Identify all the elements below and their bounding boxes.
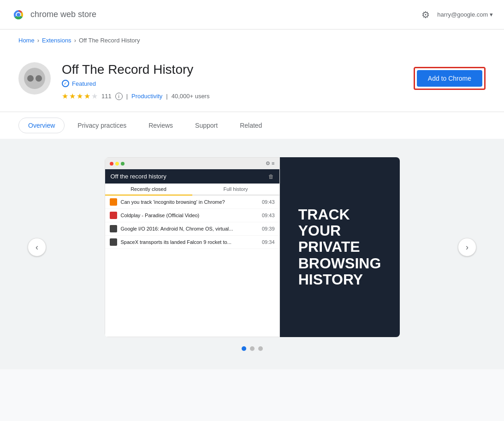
- carousel-next-button[interactable]: ›: [458, 238, 476, 256]
- svg-point-2: [17, 13, 20, 17]
- breadcrumb-sep-1: ›: [37, 37, 39, 44]
- popup-list-item: SpaceX transports its landed Falcon 9 ro…: [105, 236, 279, 249]
- dot-1[interactable]: [242, 346, 246, 351]
- screenshot-popup: ⚙ ≡ Off the record history 🗑 Recently cl…: [105, 157, 280, 337]
- track-text: TRACKYOURPRIVATEBROWSINGHISTORY: [298, 207, 381, 288]
- popup-list-item: Coldplay - Paradise (Official Video)09:4…: [105, 209, 279, 222]
- meta-divider: |: [126, 93, 128, 100]
- star-1: ★: [62, 92, 68, 101]
- popup-item-title: Google I/O 2016: Android N, Chrome OS, v…: [121, 226, 258, 231]
- icon-dot-1: [27, 75, 34, 82]
- extension-name: Off The Record History: [62, 62, 403, 77]
- dot-yellow: [115, 162, 119, 166]
- featured-badge-icon: ✓: [62, 80, 69, 87]
- tab-privacy[interactable]: Privacy practices: [68, 118, 136, 133]
- dot-green: [121, 162, 125, 166]
- tab-related[interactable]: Related: [231, 118, 271, 133]
- carousel-prev-button[interactable]: ‹: [28, 238, 46, 256]
- carousel-dots: [55, 346, 449, 351]
- chrome-logo-icon: [11, 7, 26, 22]
- tab-support[interactable]: Support: [186, 118, 227, 133]
- popup-item-time: 09:39: [262, 226, 275, 231]
- popup-tabs: Recently closed Full history: [105, 184, 279, 196]
- popup-item-time: 09:43: [262, 199, 275, 205]
- popup-dots: [110, 162, 125, 166]
- rating-count: 111: [101, 93, 112, 100]
- star-3: ★: [77, 92, 83, 101]
- popup-menu-icon: ⚙ ≡: [266, 160, 274, 166]
- popup-list: Can you track 'incognito browsing' in Ch…: [105, 196, 279, 337]
- meta-divider-2: |: [166, 93, 167, 100]
- extension-icon: [18, 62, 51, 95]
- add-to-chrome-button[interactable]: Add to Chrome: [417, 70, 482, 87]
- popup-browser-header: ⚙ ≡: [105, 158, 279, 169]
- content-area: ‹ ⚙ ≡ Off the r: [0, 139, 504, 369]
- logo[interactable]: chrome web store: [11, 7, 96, 22]
- extension-users: 40,000+ users: [172, 93, 210, 100]
- star-4: ★: [84, 92, 90, 101]
- popup-item-icon: [110, 238, 117, 246]
- star-rating: ★ ★ ★ ★ ★: [62, 92, 98, 101]
- star-2: ★: [69, 92, 76, 101]
- popup-item-time: 09:43: [262, 213, 275, 218]
- popup-item-title: Coldplay - Paradise (Official Video): [121, 213, 258, 218]
- popup-list-item: Google I/O 2016: Android N, Chrome OS, v…: [105, 222, 279, 236]
- popup-tab-recent[interactable]: Recently closed: [105, 184, 192, 196]
- popup-list-item: Can you track 'incognito browsing' in Ch…: [105, 196, 279, 209]
- extension-category[interactable]: Productivity: [131, 93, 162, 100]
- tab-reviews[interactable]: Reviews: [139, 118, 182, 133]
- carousel-slide: ⚙ ≡ Off the record history 🗑 Recently cl…: [105, 157, 400, 337]
- carousel: ‹ ⚙ ≡ Off the r: [55, 157, 449, 337]
- extension-icon-inner: [24, 68, 45, 89]
- tab-overview[interactable]: Overview: [18, 118, 65, 133]
- settings-icon[interactable]: ⚙: [421, 9, 430, 20]
- dot-2[interactable]: [250, 346, 255, 351]
- popup-item-time: 09:34: [262, 239, 275, 245]
- header: chrome web store ⚙ harry@google.com ▾: [0, 0, 504, 30]
- tabs-nav: Overview Privacy practices Reviews Suppo…: [18, 112, 486, 139]
- breadcrumb-sep-2: ›: [74, 37, 76, 44]
- popup-item-icon: [110, 225, 117, 232]
- star-5: ★: [91, 92, 98, 101]
- popup-title: Off the record history: [111, 173, 166, 180]
- popup-close-icon[interactable]: 🗑: [268, 173, 274, 180]
- dot-red: [110, 162, 113, 166]
- popup-item-icon: [110, 198, 117, 206]
- breadcrumb-extensions[interactable]: Extensions: [42, 37, 71, 44]
- popup-item-title: SpaceX transports its landed Falcon 9 ro…: [121, 239, 258, 245]
- user-email[interactable]: harry@google.com ▾: [437, 11, 493, 18]
- screenshot-text: TRACKYOURPRIVATEBROWSINGHISTORY: [280, 157, 400, 337]
- add-to-chrome-wrapper: Add to Chrome: [414, 62, 486, 90]
- breadcrumb: Home › Extensions › Off The Record Histo…: [0, 30, 504, 51]
- dot-3[interactable]: [258, 346, 263, 351]
- main-content: Off The Record History ✓ Featured ★ ★ ★ …: [0, 51, 504, 369]
- extension-header: Off The Record History ✓ Featured ★ ★ ★ …: [18, 62, 486, 112]
- icon-dot-2: [36, 75, 42, 82]
- extension-info: Off The Record History ✓ Featured ★ ★ ★ …: [62, 62, 403, 101]
- popup-item-icon: [110, 212, 117, 219]
- featured-label[interactable]: ✓ Featured: [62, 80, 403, 87]
- extension-meta: ★ ★ ★ ★ ★ 111 i | Productivity | 40,000+…: [62, 92, 403, 101]
- breadcrumb-current: Off The Record History: [79, 37, 140, 44]
- header-right: ⚙ harry@google.com ▾: [421, 9, 493, 20]
- info-icon[interactable]: i: [115, 93, 123, 100]
- add-chrome-highlight: Add to Chrome: [414, 67, 486, 90]
- popup-tab-full[interactable]: Full history: [192, 184, 279, 195]
- featured-text: Featured: [72, 80, 96, 87]
- store-title: chrome web store: [30, 10, 96, 19]
- popup-item-title: Can you track 'incognito browsing' in Ch…: [121, 199, 258, 205]
- breadcrumb-home[interactable]: Home: [18, 37, 35, 44]
- popup-title-bar: Off the record history 🗑: [105, 169, 279, 184]
